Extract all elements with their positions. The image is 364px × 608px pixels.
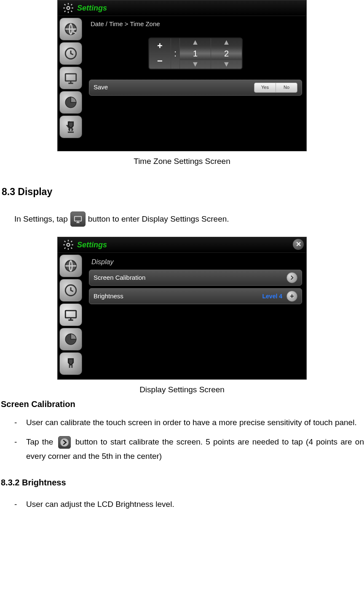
settings-title: Settings — [77, 3, 107, 14]
close-button[interactable]: ✕ — [293, 239, 304, 250]
timezone-picker: + − : ▲ 1 ▼ ▲ 2 ▼ — [148, 37, 243, 70]
row-brightness[interactable]: Brightness Level 4 + — [89, 288, 302, 304]
sidebar — [58, 16, 85, 151]
timezone-settings-device: Settings — [57, 0, 307, 151]
display-icon — [70, 212, 86, 227]
arrow-right-icon — [58, 436, 71, 449]
save-label: Save — [94, 83, 108, 92]
sidebar-item-power[interactable] — [59, 115, 82, 138]
caption-timezone: Time Zone Settings Screen — [0, 155, 364, 168]
brightness-bullet-1: User can adjust the LCD Brightness level… — [14, 497, 364, 512]
display-content: Display Screen Calibration Brightness Le… — [85, 253, 306, 379]
brightness-plus-button[interactable]: + — [286, 291, 297, 302]
display-intro-post: button to enter Display Settings Screen. — [88, 213, 229, 225]
sidebar-item-storage[interactable] — [59, 91, 82, 114]
close-icon: ✕ — [296, 239, 301, 249]
gear-icon — [62, 238, 75, 251]
caption-display: Display Settings Screen — [0, 384, 364, 396]
no-button[interactable]: No — [276, 83, 297, 92]
row-calibration-label: Screen Calibration — [94, 273, 145, 283]
calibration-bullet-2: Tap the button to start calibrate the sc… — [14, 435, 364, 463]
panel-title-display: Display — [89, 256, 302, 270]
device-header-2: Settings ✕ — [58, 237, 306, 253]
svg-point-5 — [67, 244, 70, 246]
yes-no-group: Yes No — [254, 83, 297, 93]
sidebar-item-display[interactable] — [59, 303, 82, 326]
svg-rect-8 — [65, 311, 76, 318]
row-brightness-label: Brightness — [94, 292, 123, 301]
tz-digit2-value: 2 — [211, 47, 242, 60]
svg-point-9 — [60, 438, 68, 447]
tz-sign-minus-button[interactable]: − — [149, 53, 171, 69]
calibration-list: User can calibrate the touch screen in o… — [0, 415, 364, 464]
gear-icon — [62, 2, 75, 14]
tz-digit2-up[interactable]: ▲ — [211, 38, 242, 47]
calibration-bullet-1: User can calibrate the touch screen in o… — [14, 415, 364, 430]
heading-brightness: 8.3.2 Brightness — [1, 476, 364, 489]
heading-display: 8.3 Display — [2, 185, 364, 199]
sidebar-item-network[interactable] — [59, 254, 82, 277]
svg-rect-4 — [75, 217, 82, 221]
tz-digit1-up[interactable]: ▲ — [180, 38, 211, 47]
calibration-bullet-2-post: button to start calibrate the screen. 5 … — [26, 437, 364, 461]
sidebar-item-power[interactable] — [59, 352, 82, 375]
tz-digit1-down[interactable]: ▼ — [180, 60, 211, 69]
tz-digit2-down[interactable]: ▼ — [211, 60, 242, 69]
breadcrumb: Date / Time > Time Zone — [89, 19, 302, 29]
tz-separator: : — [171, 38, 180, 69]
arrow-right-icon[interactable] — [286, 272, 297, 283]
tz-sign-plus-button[interactable]: + — [149, 38, 171, 54]
heading-screen-calibration: Screen Calibration — [1, 398, 364, 410]
save-row: Save Yes No — [89, 80, 302, 96]
calibration-bullet-2-pre: Tap the — [26, 437, 53, 446]
sidebar-item-time[interactable] — [59, 279, 82, 302]
brightness-list: User can adjust the LCD Brightness level… — [0, 497, 364, 512]
settings-title: Settings — [77, 239, 107, 251]
display-intro-pre: In Settings, tap — [14, 213, 68, 225]
svg-rect-3 — [65, 74, 76, 81]
brightness-level-value: Level 4 — [262, 292, 282, 301]
sidebar-item-storage[interactable] — [59, 328, 82, 351]
row-screen-calibration[interactable]: Screen Calibration — [89, 270, 302, 286]
sidebar-item-display[interactable] — [59, 67, 82, 89]
svg-point-0 — [67, 7, 70, 10]
tz-digit1-value: 1 — [180, 47, 211, 60]
sidebar-item-time[interactable] — [59, 42, 82, 65]
sidebar-item-network[interactable] — [59, 18, 82, 40]
device-header: Settings — [58, 0, 306, 16]
display-settings-device: Settings ✕ — [57, 237, 307, 380]
timezone-content: Date / Time > Time Zone + − : ▲ 1 ▼ ▲ 2 — [85, 16, 306, 151]
yes-button[interactable]: Yes — [254, 83, 276, 92]
sidebar — [58, 253, 85, 379]
display-intro: In Settings, tap button to enter Display… — [14, 212, 364, 227]
